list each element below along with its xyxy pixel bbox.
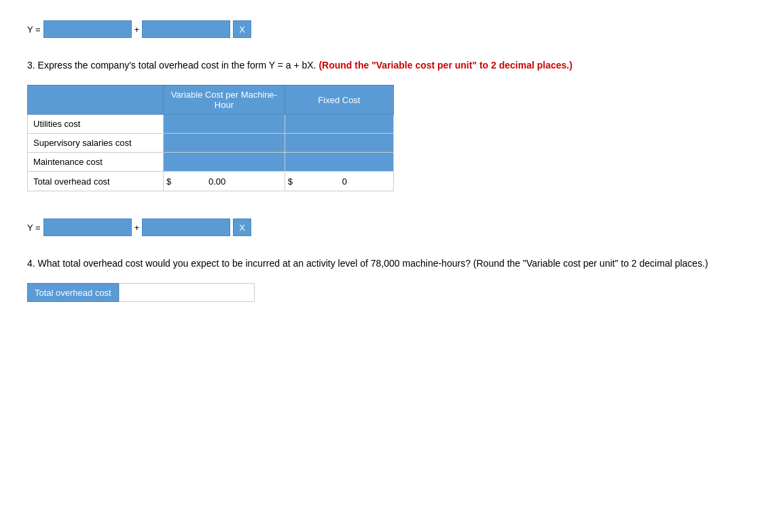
total-fixed-cost-input[interactable] [295,174,350,189]
x-label-middle: X [233,218,251,236]
formula-top: Y = + X [27,20,756,38]
section4-answer-row: Total overhead cost [27,283,756,302]
row2-label: Supervisory salaries cost [28,134,164,153]
row3-label: Maintenance cost [28,153,164,172]
table-row: Utilities cost [28,115,394,134]
answer-label: Total overhead cost [27,283,119,302]
table-row: Supervisory salaries cost [28,134,394,153]
row2-var-cost-input[interactable] [164,134,285,152]
section3-text-prefix: 3. Express the company's total overhead … [27,60,269,71]
section3-formula-text: Y = a + bX. [269,60,316,71]
table-row-total: Total overhead cost $ $ [28,172,394,191]
section4-question: 4. What total overhead cost would you ex… [27,256,756,271]
answer-input[interactable] [119,283,255,302]
col-label-header [28,86,164,115]
row3-fixed-cost-input[interactable] [285,153,393,171]
plus-label-top: + [134,24,140,35]
row1-var-cost-input[interactable] [164,115,285,133]
formula-top-input2[interactable] [142,20,230,38]
total-var-cost-input[interactable] [174,174,228,189]
plus-label-middle: + [134,223,140,233]
section4-text-prefix: 4. What total overhead cost would you ex… [27,258,471,269]
row3-var-cost-cell[interactable] [164,153,285,172]
row1-fixed-cost-cell[interactable] [285,115,393,134]
table-row: Maintenance cost [28,153,394,172]
section4-highlight: (Round the "Variable cost per unit" to 2… [471,258,708,269]
formula-top-input1[interactable] [43,20,132,38]
total-dollar1: $ [164,176,174,187]
row3-var-cost-input[interactable] [164,153,285,171]
formula-middle-input1[interactable] [43,218,132,236]
row2-fixed-cost-cell[interactable] [285,134,393,153]
section4: 4. What total overhead cost would you ex… [27,256,756,302]
section3-highlight: (Round the "Variable cost per unit" to 2… [318,60,572,71]
cost-table: Variable Cost per Machine-Hour Fixed Cos… [27,85,394,191]
total-label: Total overhead cost [28,172,164,191]
y-equals-label-middle: Y = [27,223,41,233]
formula-middle-input2[interactable] [142,218,230,236]
col-fixed-cost-header: Fixed Cost [285,86,393,115]
col-variable-cost-header: Variable Cost per Machine-Hour [164,86,285,115]
total-dollar2: $ [285,176,295,187]
formula-middle: Y = + X [27,218,756,236]
row3-fixed-cost-cell[interactable] [285,153,393,172]
row2-fixed-cost-input[interactable] [285,134,393,152]
row2-var-cost-cell[interactable] [164,134,285,153]
x-label-top: X [233,20,251,38]
row1-var-cost-cell[interactable] [164,115,285,134]
row1-label: Utilities cost [28,115,164,134]
section3-question: 3. Express the company's total overhead … [27,58,756,73]
y-equals-label-top: Y = [27,24,41,35]
row1-fixed-cost-input[interactable] [285,115,393,133]
